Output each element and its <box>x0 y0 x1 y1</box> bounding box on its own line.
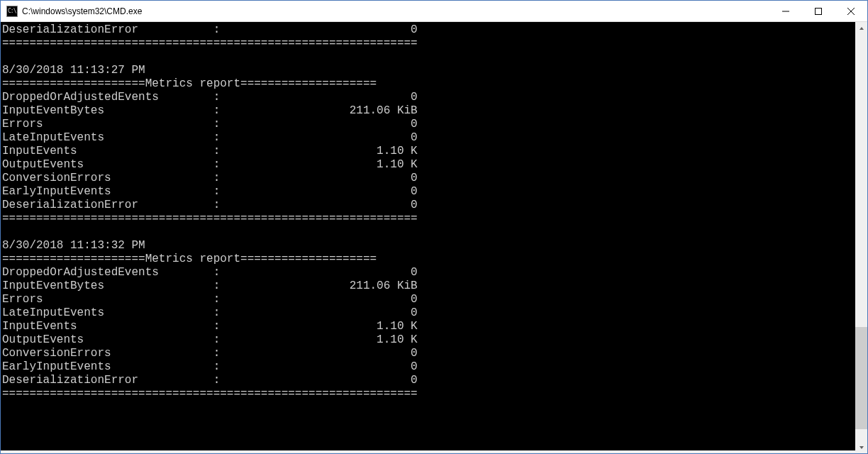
maximize-icon <box>815 8 822 15</box>
chevron-down-icon <box>859 445 864 450</box>
svg-marker-4 <box>859 27 864 30</box>
svg-line-2 <box>847 8 855 15</box>
cmd-window: C:\ C:\windows\system32\CMD.exe Deserial… <box>0 0 868 454</box>
minimize-icon <box>782 8 789 15</box>
scrollbar-thumb[interactable] <box>855 327 867 429</box>
close-button[interactable] <box>835 1 867 22</box>
window-title: C:\windows\system32\CMD.exe <box>22 6 142 16</box>
chevron-up-icon <box>859 26 864 31</box>
close-icon <box>847 8 855 15</box>
client-area: DeserializationError : 0 ===============… <box>1 22 867 453</box>
minimize-button[interactable] <box>769 1 802 22</box>
titlebar[interactable]: C:\ C:\windows\system32\CMD.exe <box>1 1 867 22</box>
horizontal-scrollbar-hint <box>1 450 867 453</box>
vertical-scrollbar[interactable] <box>855 22 867 453</box>
cmd-app-icon: C:\ <box>6 6 18 17</box>
svg-rect-1 <box>816 9 822 15</box>
window-controls <box>769 1 867 21</box>
svg-marker-5 <box>859 446 864 449</box>
scroll-up-button[interactable] <box>855 22 867 34</box>
console-output[interactable]: DeserializationError : 0 ===============… <box>1 22 855 453</box>
svg-line-3 <box>847 8 855 15</box>
scrollbar-track[interactable] <box>855 34 867 441</box>
maximize-button[interactable] <box>802 1 835 22</box>
